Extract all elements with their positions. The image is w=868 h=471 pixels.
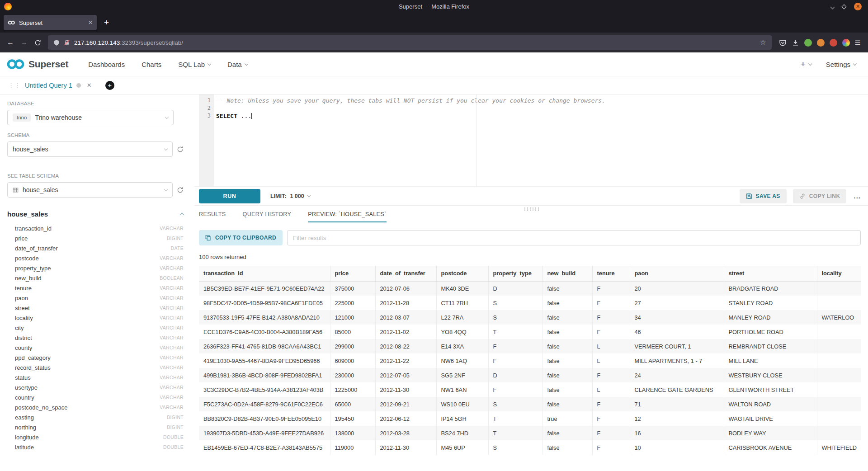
column-type: VARCHAR — [160, 315, 184, 320]
table-cell: 12 — [630, 411, 724, 426]
more-options-button[interactable]: ... — [854, 192, 861, 200]
collapse-chevron-up-icon[interactable] — [180, 213, 184, 217]
column-header[interactable]: locality — [817, 266, 861, 281]
copy-to-clipboard-button[interactable]: COPY TO CLIPBOARD — [199, 230, 283, 245]
url-text[interactable]: 217.160.120.143:32393/superset/sqllab/ — [74, 39, 183, 46]
url-host: 217.160.120.143 — [74, 39, 120, 46]
schema-select[interactable]: house_sales — [7, 141, 173, 157]
table-schema-header[interactable]: house_sales — [7, 210, 184, 218]
refresh-schema-button[interactable] — [177, 146, 184, 153]
window-maximize-button[interactable] — [842, 2, 846, 10]
extension-icon-3[interactable] — [830, 39, 837, 47]
column-header[interactable]: transaction_id — [199, 266, 330, 281]
editor-gutter: 1 2 3 — [199, 94, 214, 186]
run-button[interactable]: RUN — [199, 189, 260, 203]
limit-dropdown[interactable]: LIMIT: 1 000 — [270, 193, 310, 199]
filter-results-input[interactable] — [287, 230, 861, 245]
forward-button[interactable]: → — [17, 36, 31, 49]
schema-column-row: statusVARCHAR — [7, 372, 184, 382]
nav-item-label: Dashboards — [88, 61, 125, 68]
column-header[interactable]: new_build — [542, 266, 592, 281]
sql-editor[interactable]: 1 2 3 -- Note: Unless you save your quer… — [194, 94, 868, 187]
column-header[interactable]: price — [330, 266, 375, 281]
column-header[interactable]: paon — [630, 266, 724, 281]
nav-item-label: Data — [227, 61, 242, 68]
save-as-button[interactable]: SAVE AS — [740, 189, 787, 203]
extension-icon-2[interactable] — [817, 39, 825, 47]
query-tab-active[interactable]: ⋮⋮ Untitled Query 1 ✕ — [8, 82, 92, 89]
nav-item-dashboards[interactable]: Dashboards — [88, 61, 125, 68]
nav-item-charts[interactable]: Charts — [142, 61, 161, 68]
results-tab[interactable]: PREVIEW: `HOUSE_SALES` — [308, 211, 386, 222]
schema-column-row: countyVARCHAR — [7, 343, 184, 353]
table-cell: VERMEER COURT, 1 — [630, 339, 724, 353]
add-query-tab-button[interactable]: + — [105, 81, 114, 90]
superset-brand[interactable]: Superset — [6, 58, 68, 70]
pocket-icon[interactable] — [779, 39, 787, 47]
nav-item-data[interactable]: Data — [227, 61, 248, 68]
database-select[interactable]: trino Trino warehouse — [7, 110, 174, 125]
editor-code[interactable]: -- Note: Unless you save your query, the… — [214, 94, 868, 186]
refresh-table-button[interactable] — [177, 187, 184, 193]
schema-column-row: countryVARCHAR — [7, 392, 184, 402]
results-tab[interactable]: QUERY HISTORY — [243, 211, 292, 222]
table-cell: WHITEFIELD — [817, 440, 861, 455]
column-name: new_build — [15, 275, 42, 282]
column-header[interactable]: property_type — [488, 266, 542, 281]
column-name: country — [15, 394, 34, 401]
add-new-button[interactable]: + — [801, 59, 811, 69]
column-header[interactable]: date_of_transfer — [375, 266, 436, 281]
reload-button[interactable] — [31, 36, 44, 49]
table-cell: S — [488, 296, 542, 310]
column-header[interactable]: tenure — [592, 266, 630, 281]
schema-column-row: eastingBIGINT — [7, 412, 184, 422]
tab-close-icon[interactable]: ✕ — [88, 19, 93, 26]
window-close-button[interactable]: ✕ — [854, 3, 862, 10]
table-cell: NW1 6AN — [436, 382, 488, 397]
reload-icon — [34, 39, 41, 46]
table-cell: BODLEY WAY — [724, 426, 817, 440]
extension-icon-1[interactable] — [804, 39, 812, 47]
browser-tab[interactable]: Superset ✕ — [4, 15, 97, 30]
results-tab[interactable]: RESULTS — [199, 211, 226, 222]
column-type: VARCHAR — [160, 335, 184, 340]
copy-link-button[interactable]: COPY LINK — [793, 189, 847, 203]
tracking-shield-icon[interactable] — [53, 39, 60, 46]
drag-handle-icon[interactable]: ⋮⋮ — [8, 82, 21, 89]
table-cell: STANLEY ROAD — [724, 296, 817, 310]
table-cell: WAGTAIL DRIVE — [724, 411, 817, 426]
column-name: date_of_transfer — [15, 245, 58, 252]
new-tab-button[interactable]: + — [104, 18, 109, 28]
bookmark-star-icon[interactable]: ☆ — [760, 38, 766, 47]
table-cell: F — [592, 325, 630, 339]
table-row: 3C3C29DC-B7B2-4BE5-914A-A38123AF403B1225… — [199, 382, 861, 397]
table-row: BB8320C9-D82B-4B37-90E0-9FEE05095E101954… — [199, 411, 861, 426]
schema-column-row: date_of_transferDATE — [7, 243, 184, 253]
table-cell: F — [592, 310, 630, 325]
query-tab-close-icon[interactable]: ✕ — [87, 82, 92, 89]
url-bar[interactable]: 217.160.120.143:32393/superset/sqllab/ ☆ — [48, 35, 772, 50]
column-name: longitude — [15, 434, 39, 441]
hamburger-menu-button[interactable]: ☰ — [855, 38, 861, 47]
settings-menu[interactable]: Settings — [826, 61, 856, 68]
window-minimize-button[interactable] — [831, 2, 834, 10]
line-number: 3 — [199, 112, 211, 120]
table-cell: WALTON ROAD — [724, 397, 817, 411]
insecure-lock-icon[interactable] — [64, 39, 70, 46]
downloads-icon[interactable] — [792, 39, 799, 47]
column-header[interactable]: postcode — [436, 266, 488, 281]
schema-column-row: transaction_idVARCHAR — [7, 223, 184, 233]
nav-item-sql-lab[interactable]: SQL Lab — [178, 61, 211, 68]
table-row: ECE1D376-C9A6-4C00-B004-A380B189FA568500… — [199, 325, 861, 339]
table-row: F5C273AC-0D2A-458F-8279-9C61F0C22EC66500… — [199, 397, 861, 411]
query-tab-label[interactable]: Untitled Query 1 — [25, 82, 72, 89]
column-name: easting — [15, 414, 34, 421]
back-button[interactable]: ← — [4, 36, 17, 49]
column-header[interactable]: street — [724, 266, 817, 281]
table-cell: F — [592, 426, 630, 440]
table-cell: 91370533-19F5-47FE-B142-A380A8ADA210 — [199, 310, 330, 325]
extension-icon-4[interactable] — [842, 39, 850, 47]
table-select[interactable]: house_sales — [7, 182, 173, 198]
pane-resize-handle[interactable] — [524, 207, 539, 211]
table-cell: 299000 — [330, 339, 375, 353]
